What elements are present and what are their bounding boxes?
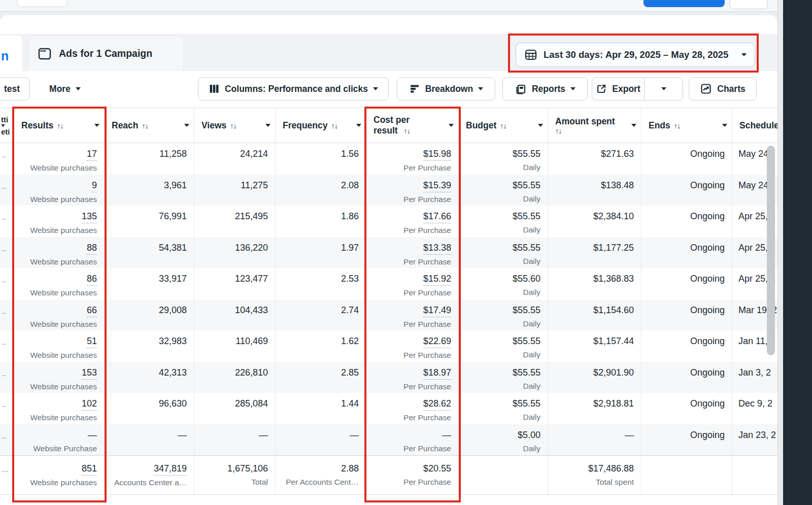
table-row[interactable]: .. 9Website purchases 3,961 11,275 2.08 …	[0, 175, 777, 206]
breakdown-button[interactable]: Breakdown	[397, 77, 495, 100]
reach-total-value[interactable]: 347,819	[154, 462, 187, 476]
col-header-budget[interactable]: Budget↑↓	[459, 108, 548, 143]
export-icon	[596, 83, 607, 94]
col-header-ends[interactable]: Ends↑↓	[641, 108, 732, 143]
spent-value: $1,177.25	[593, 242, 634, 254]
table-row[interactable]: .. 66Website purchases 29,008 104,433 2.…	[0, 299, 777, 331]
chevron-down-icon[interactable]	[631, 124, 636, 127]
export-dropdown-button[interactable]	[645, 78, 683, 100]
chevron-down-icon[interactable]	[538, 124, 543, 127]
table-row[interactable]: .. 86Website purchases 33,917 123,477 2.…	[0, 268, 777, 299]
cell-amount-spent: $271.63	[548, 143, 641, 175]
cost-value[interactable]: $18.97	[423, 366, 451, 380]
sort-icon[interactable]: ↑↓	[404, 127, 411, 135]
results-value[interactable]: 66	[87, 304, 97, 317]
cost-value[interactable]: $22.69	[423, 335, 451, 348]
chevron-down-icon[interactable]	[184, 124, 189, 127]
cell-frequency: 2.85	[276, 362, 366, 393]
chevron-down-icon[interactable]	[356, 124, 361, 127]
reports-button[interactable]: Reports	[502, 77, 588, 100]
frequency-value: 2.53	[341, 273, 359, 285]
sort-icon[interactable]: ↑↓	[500, 122, 506, 130]
budget-type: Daily	[523, 381, 540, 391]
tab-ads-for-campaign[interactable]: Ads for 1 Campaign	[28, 36, 184, 71]
col-header-results[interactable]: Results↑↓	[14, 108, 105, 143]
primary-action-button[interactable]	[644, 0, 725, 7]
results-value[interactable]: 17	[87, 148, 97, 161]
table-row[interactable]: .. 51Website purchases 32,983 110,469 1.…	[0, 330, 777, 362]
table-row[interactable]: .. 88Website purchases 54,381 136,220 1.…	[0, 237, 777, 268]
total-results: 851Website purchases	[14, 456, 105, 494]
columns-button[interactable]: Columns: Performance and clicks	[198, 77, 389, 100]
attribution-fragment: ..	[2, 306, 7, 316]
cell-attribution: ..	[0, 175, 14, 206]
chevron-down-icon[interactable]	[449, 124, 454, 127]
col-header-reach[interactable]: Reach↑↓	[105, 108, 194, 143]
spent-value: $1,157.44	[593, 335, 634, 348]
results-value[interactable]: 135	[82, 210, 97, 223]
cost-value[interactable]: $17.49	[423, 304, 451, 317]
browser-tab[interactable]	[17, 0, 67, 7]
table-row[interactable]: .. —Website Purchase — — — —Per Purchase…	[0, 424, 777, 456]
results-value[interactable]: 88	[87, 242, 97, 255]
cost-value[interactable]: $13.38	[423, 242, 451, 255]
ends-value: Ongoing	[690, 210, 725, 223]
col-header-attribution[interactable]: tti eti	[0, 108, 14, 143]
charts-button[interactable]: Charts	[689, 77, 757, 100]
tab-campaigns[interactable]: n	[0, 36, 22, 71]
sort-icon[interactable]: ↑↓	[674, 122, 681, 130]
cell-amount-spent: $1,368.83	[548, 268, 641, 299]
results-total-value[interactable]: 851	[82, 462, 97, 476]
results-value[interactable]: 51	[87, 335, 97, 348]
frequency-value: 1.97	[341, 242, 359, 254]
chevron-down-icon[interactable]	[265, 124, 270, 127]
cell-cost-per-result: $17.66Per Purchase	[366, 206, 459, 237]
col-header-schedule[interactable]: Schedule	[732, 108, 777, 143]
table-row[interactable]: .. 102Website purchases 96,630 285,084 1…	[0, 393, 777, 424]
table-row[interactable]: .. 153Website purchases 42,313 226,810 2…	[0, 362, 777, 393]
charts-label: Charts	[717, 84, 745, 94]
cell-views: 136,220	[194, 237, 276, 268]
col-header-amount-spent[interactable]: Amount spent↑↓	[548, 108, 641, 143]
sort-icon[interactable]: ↑↓	[57, 122, 63, 130]
frequency-total-value: 2.88	[341, 462, 359, 475]
cell-views: 110,469	[194, 330, 276, 362]
sort-icon[interactable]: ↑↓	[555, 127, 615, 135]
attribution-fragment: ..	[2, 212, 7, 222]
sort-icon[interactable]: ↑↓	[142, 122, 149, 130]
cost-type: Per Purchase	[403, 162, 451, 173]
chevron-down-icon[interactable]	[722, 124, 727, 127]
results-value[interactable]: 86	[87, 273, 97, 286]
cost-value[interactable]: $17.66	[423, 210, 451, 223]
more-button[interactable]: More	[40, 77, 90, 100]
cost-value[interactable]: $28.62	[423, 397, 451, 411]
col-header-cost-per-result[interactable]: Cost per result ↑↓	[366, 108, 459, 143]
results-type: Website purchases	[30, 194, 97, 205]
ends-value: Ongoing	[690, 179, 725, 192]
cost-value[interactable]: $15.98	[423, 148, 451, 161]
col-header-frequency[interactable]: Frequency↑↓	[276, 108, 366, 143]
chevron-down-icon[interactable]	[94, 124, 99, 127]
results-type: Website purchases	[30, 319, 97, 329]
sort-icon[interactable]: ↑↓	[331, 122, 338, 130]
sort-icon[interactable]: ↑↓	[230, 122, 236, 130]
date-range-selector[interactable]: Last 30 days: Apr 29, 2025 – May 28, 202…	[516, 43, 755, 67]
spent-value: $2,901.90	[593, 366, 634, 379]
results-type: Website Purchase	[33, 443, 97, 454]
col-header-views[interactable]: Views↑↓	[194, 108, 276, 143]
table-row[interactable]: .. 17Website purchases 11,258 24,214 1.5…	[0, 143, 777, 175]
vertical-scrollbar[interactable]	[767, 146, 775, 355]
views-total-label: Total	[251, 477, 268, 487]
budget-type: Daily	[523, 256, 540, 266]
cost-value[interactable]: $15.39	[423, 179, 451, 192]
results-value[interactable]: 102	[82, 397, 97, 411]
cost-value[interactable]: $15.92	[423, 273, 451, 286]
results-value[interactable]: 9	[92, 179, 97, 192]
secondary-action-button[interactable]	[729, 0, 768, 9]
results-value[interactable]: 153	[82, 366, 97, 380]
table-row[interactable]: .. 135Website purchases 76,991 215,495 1…	[0, 206, 777, 237]
cell-cost-per-result: —Per Purchase	[366, 424, 459, 456]
export-button[interactable]: Export	[592, 78, 645, 100]
views-value: 11,275	[241, 179, 268, 192]
ab-test-button[interactable]: test	[0, 77, 29, 100]
